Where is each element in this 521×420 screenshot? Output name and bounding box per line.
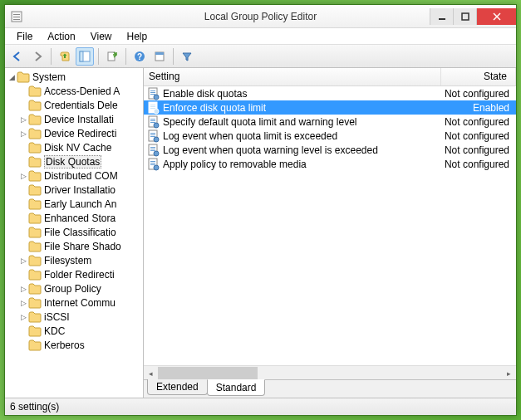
tree-node[interactable]: ▷Internet Commu	[5, 295, 143, 310]
forward-button[interactable]	[28, 47, 47, 66]
folder-icon	[28, 297, 42, 309]
expander-icon[interactable]: ◢	[7, 72, 17, 82]
expander-icon[interactable]: ▷	[18, 171, 28, 181]
svg-point-44	[154, 165, 159, 170]
titlebar: Local Group Policy Editor	[5, 5, 516, 28]
tree-node[interactable]: Enhanced Stora	[5, 211, 143, 225]
tab-standard[interactable]: Standard	[207, 379, 266, 396]
filter-button[interactable]	[178, 47, 196, 66]
list-row[interactable]: Enforce disk quota limitEnabled	[144, 100, 516, 115]
tree-node[interactable]: KDC	[5, 324, 143, 338]
list-row[interactable]: Apply policy to removable mediaNot confi…	[144, 157, 516, 171]
tree-node[interactable]: ▷iSCSI	[5, 310, 143, 324]
expander-icon[interactable]	[18, 157, 28, 167]
tree-node[interactable]: Disk Quotas	[5, 154, 143, 168]
expander-icon[interactable]	[18, 143, 28, 153]
folder-icon	[28, 128, 42, 139]
status-text: 6 setting(s)	[10, 401, 59, 413]
minimize-button[interactable]	[430, 8, 453, 25]
expander-icon[interactable]: ▷	[18, 284, 28, 294]
menu-action[interactable]: Action	[41, 29, 81, 44]
folder-icon	[28, 100, 42, 111]
tree-scroll[interactable]: ◢ System Access-Denied ACredentials Dele…	[5, 68, 143, 398]
up-button[interactable]	[56, 47, 74, 66]
list-row[interactable]: Log event when quota warning level is ex…	[144, 143, 516, 157]
menu-file[interactable]: File	[10, 29, 39, 44]
expander-icon[interactable]	[18, 340, 28, 350]
show-hide-tree-button[interactable]	[76, 47, 94, 66]
expander-icon[interactable]	[18, 270, 28, 280]
horizontal-scrollbar[interactable]: ◂ ▸	[144, 365, 516, 379]
tree-node[interactable]: Driver Installatio	[5, 183, 143, 197]
row-state-label: Not configured	[441, 159, 516, 170]
bottom-tabs: Extended Standard	[144, 379, 516, 398]
content-area: ◢ System Access-Denied ACredentials Dele…	[5, 68, 516, 398]
help-button[interactable]: ?	[130, 47, 149, 66]
folder-icon	[17, 71, 30, 83]
tree-label: Internet Commu	[44, 297, 116, 309]
list-row[interactable]: Enable disk quotasNot configured	[144, 86, 516, 100]
expander-icon[interactable]: ▷	[18, 129, 28, 139]
svg-rect-41	[150, 161, 155, 162]
tree-node[interactable]: ▷Group Policy	[5, 281, 143, 295]
properties-button[interactable]	[150, 47, 169, 66]
expander-icon[interactable]	[18, 213, 28, 223]
expander-icon[interactable]	[18, 227, 28, 237]
tree-label: Kerberos	[44, 339, 85, 351]
policy-icon	[147, 129, 160, 143]
tree-node[interactable]: ▷Filesystem	[5, 253, 143, 267]
list-row[interactable]: Specify default quota limit and warning …	[144, 115, 516, 129]
window: Local Group Policy Editor File Action Vi…	[4, 4, 517, 416]
svg-point-24	[154, 109, 159, 114]
svg-rect-3	[13, 19, 20, 20]
scroll-right-icon[interactable]: ▸	[502, 366, 516, 380]
tree-node[interactable]: File Classificatio	[5, 225, 143, 239]
svg-rect-2	[13, 17, 20, 17]
tree-label: Distributed COM	[44, 170, 118, 182]
row-setting-label: Specify default quota limit and warning …	[163, 116, 441, 128]
svg-rect-4	[439, 18, 445, 20]
menu-help[interactable]: Help	[120, 29, 155, 44]
svg-rect-22	[150, 106, 155, 107]
export-list-button[interactable]	[103, 47, 121, 66]
expander-icon[interactable]: ▷	[18, 256, 28, 266]
svg-point-34	[154, 137, 159, 142]
policy-icon	[147, 101, 160, 115]
tree-node[interactable]: Disk NV Cache	[5, 140, 143, 154]
tree-node[interactable]: Access-Denied A	[5, 84, 143, 98]
tree-node[interactable]: Early Launch An	[5, 197, 143, 211]
menu-view[interactable]: View	[84, 29, 119, 44]
expander-icon[interactable]	[18, 326, 28, 336]
close-button[interactable]	[476, 8, 516, 25]
tree-node[interactable]: ▷Device Installati	[5, 112, 143, 126]
tree-node[interactable]: ▷Device Redirecti	[5, 126, 143, 140]
folder-icon	[28, 142, 42, 154]
svg-rect-43	[150, 164, 155, 165]
row-state-label: Not configured	[441, 130, 516, 142]
scroll-left-icon[interactable]: ◂	[144, 366, 158, 380]
policy-icon	[147, 158, 160, 171]
expander-icon[interactable]: ▷	[18, 298, 28, 308]
tree-node[interactable]: File Share Shado	[5, 239, 143, 253]
list-row[interactable]: Log event when quota limit is exceededNo…	[144, 129, 516, 143]
tree-label: Group Policy	[44, 283, 101, 295]
back-button[interactable]	[8, 47, 27, 66]
expander-icon[interactable]: ▷	[18, 115, 28, 125]
column-setting[interactable]: Setting	[144, 68, 441, 85]
expander-icon[interactable]	[18, 199, 28, 209]
list-body[interactable]: Enable disk quotasNot configuredEnforce …	[144, 86, 516, 365]
column-state[interactable]: State	[441, 68, 516, 85]
expander-icon[interactable]	[18, 185, 28, 195]
expander-icon[interactable]	[18, 86, 28, 96]
tab-extended[interactable]: Extended	[147, 379, 208, 395]
expander-icon[interactable]: ▷	[18, 312, 28, 322]
maximize-button[interactable]	[453, 8, 476, 25]
tree-node[interactable]: ▷Distributed COM	[5, 168, 143, 183]
tree-node[interactable]: Credentials Dele	[5, 98, 143, 112]
scroll-thumb[interactable]	[158, 367, 258, 379]
tree-node-system[interactable]: ◢ System	[5, 70, 143, 84]
tree-node[interactable]: Kerberos	[5, 338, 143, 352]
expander-icon[interactable]	[18, 242, 28, 252]
expander-icon[interactable]	[18, 100, 28, 110]
tree-node[interactable]: Folder Redirecti	[5, 267, 143, 281]
